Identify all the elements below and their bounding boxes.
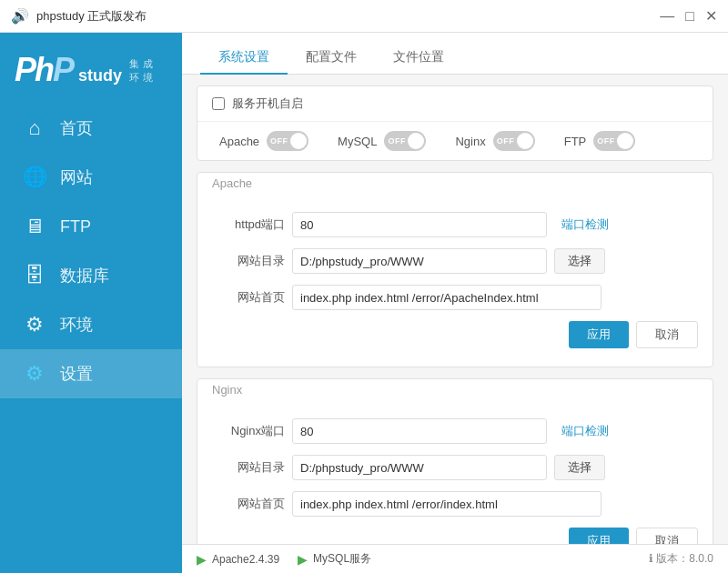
speaker-icon: 🔊 (11, 7, 29, 25)
tab-config[interactable]: 配置文件 (288, 42, 375, 75)
env-icon: ⚙ (22, 313, 47, 337)
mysql-toggle[interactable]: OFF (384, 131, 426, 151)
apache-apply-button[interactable]: 应用 (569, 321, 629, 348)
mysql-status-label: MySQL服务 (313, 551, 371, 567)
apache-dir-select-button[interactable]: 选择 (554, 248, 605, 274)
statusbar: ▶ Apache2.4.39 ▶ MySQL服务 ℹ 版本：8.0.0 (182, 544, 728, 573)
nginx-form-section: Nginx端口 端口检测 网站目录 选择 网站首页 (197, 404, 713, 544)
sidebar-label-website: 网站 (60, 166, 93, 188)
toggles-row: Apache OFF MySQL OFF (197, 122, 713, 160)
apache-port-input[interactable] (292, 212, 547, 237)
sidebar-label-home: 首页 (60, 117, 93, 139)
sidebar-label-ftp: FTP (60, 217, 91, 236)
apache-port-check-link[interactable]: 端口检测 (561, 216, 609, 233)
minimize-button[interactable]: — (660, 9, 674, 24)
info-icon: ℹ (649, 552, 653, 565)
sidebar-label-database: 数据库 (60, 265, 109, 286)
nginx-dir-row: 网站目录 选择 (197, 449, 713, 486)
website-icon: 🌐 (22, 166, 47, 189)
ftp-icon: 🖥 (22, 215, 47, 238)
tab-fileloc[interactable]: 文件位置 (375, 42, 462, 75)
apache-status-label: Apache2.4.39 (212, 553, 279, 566)
ftp-toggle[interactable]: OFF (593, 131, 635, 151)
apache-status: ▶ Apache2.4.39 (197, 552, 279, 567)
nav-items: ⌂ 首页 🌐 网站 🖥 FTP 🗄 数据库 ⚙ 环境 ⚙ 设置 (0, 104, 182, 573)
content-scroll[interactable]: 服务开机自启 Apache OFF MySQL (182, 75, 728, 544)
nginx-toggle-group: Nginx OFF (455, 131, 534, 151)
titlebar: 🔊 phpstudy 正式版发布 — □ ✕ (0, 0, 728, 33)
nginx-dir-label: 网站目录 (212, 459, 285, 476)
apache-toggle-label: Apache (219, 135, 259, 148)
ftp-toggle-label: FTP (564, 135, 587, 148)
tabs-bar: 系统设置 配置文件 文件位置 (182, 33, 728, 75)
sidebar-item-home[interactable]: ⌂ 首页 (0, 104, 182, 153)
apache-dir-input[interactable] (292, 248, 547, 274)
database-icon: 🗄 (22, 264, 47, 287)
nginx-cancel-button[interactable]: 取消 (636, 528, 698, 544)
apache-index-row: 网站首页 (197, 279, 713, 316)
sidebar-label-env: 环境 (60, 314, 93, 336)
nginx-port-input[interactable] (292, 418, 547, 444)
logo-php: PhP (15, 51, 73, 89)
main-layout: PhP study 集成环境 ⌂ 首页 🌐 网站 🖥 FTP 🗄 数据库 ⚙ (0, 33, 728, 573)
maximize-button[interactable]: □ (685, 9, 694, 24)
nginx-section-card: Nginx Nginx端口 端口检测 网站目录 选择 (197, 378, 713, 544)
apache-dir-row: 网站目录 选择 (197, 243, 713, 279)
sidebar-item-ftp[interactable]: 🖥 FTP (0, 202, 182, 251)
close-button[interactable]: ✕ (705, 9, 717, 24)
startup-row: 服务开机自启 (197, 86, 713, 122)
nginx-toggle[interactable]: OFF (493, 131, 535, 151)
startup-card: 服务开机自启 Apache OFF MySQL (197, 85, 713, 161)
mysql-toggle-group: MySQL OFF (338, 131, 426, 151)
apache-index-input[interactable] (292, 285, 602, 310)
startup-label: 服务开机自启 (232, 96, 303, 112)
apache-form-section: httpd端口 端口检测 网站目录 选择 网站首页 (197, 197, 713, 367)
sidebar-item-website[interactable]: 🌐 网站 (0, 153, 182, 202)
apache-toggle-knob (290, 133, 307, 149)
mysql-status: ▶ MySQL服务 (298, 551, 371, 567)
logo-area: PhP study 集成环境 (0, 33, 182, 104)
nginx-port-check-link[interactable]: 端口检测 (561, 423, 609, 439)
apache-dir-label: 网站目录 (212, 253, 285, 269)
nginx-dir-input[interactable] (292, 455, 547, 480)
apache-section-card: Apache httpd端口 端口检测 网站目录 选择 (197, 172, 713, 367)
apache-cancel-button[interactable]: 取消 (636, 321, 698, 348)
ftp-toggle-group: FTP OFF (564, 131, 636, 151)
nginx-index-label: 网站首页 (212, 496, 285, 512)
apache-toggle-group: Apache OFF (219, 131, 308, 151)
nginx-index-input[interactable] (292, 491, 602, 517)
nginx-port-label: Nginx端口 (212, 423, 285, 439)
sidebar-label-settings: 设置 (60, 363, 93, 385)
nginx-toggle-knob (517, 133, 533, 149)
version-value: 8.0.0 (689, 552, 713, 565)
apache-index-label: 网站首页 (212, 289, 285, 306)
content-area: 系统设置 配置文件 文件位置 服务开机自启 Apache OFF (182, 33, 728, 573)
nginx-actions-row: 应用 取消 (197, 522, 713, 544)
mysql-toggle-label: MySQL (338, 135, 377, 148)
mysql-toggle-knob (408, 133, 424, 149)
nginx-dir-select-button[interactable]: 选择 (554, 455, 605, 480)
startup-checkbox[interactable] (212, 97, 225, 110)
apache-play-icon: ▶ (197, 552, 207, 567)
apache-port-row: httpd端口 端口检测 (197, 206, 713, 243)
sidebar-item-env[interactable]: ⚙ 环境 (0, 300, 182, 349)
tab-system[interactable]: 系统设置 (200, 42, 288, 75)
nginx-toggle-label: Nginx (455, 135, 485, 148)
ftp-toggle-knob (617, 133, 633, 149)
sidebar: PhP study 集成环境 ⌂ 首页 🌐 网站 🖥 FTP 🗄 数据库 ⚙ (0, 33, 182, 573)
nginx-index-row: 网站首页 (197, 486, 713, 522)
window-title: phpstudy 正式版发布 (36, 8, 660, 25)
nginx-section-title: Nginx (197, 379, 713, 404)
version-prefix: 版本： (656, 552, 689, 565)
sidebar-item-settings[interactable]: ⚙ 设置 (0, 349, 182, 398)
logo-subtitle: 集成环境 (129, 57, 167, 89)
home-icon: ⌂ (22, 116, 47, 140)
apache-port-label: httpd端口 (212, 216, 285, 233)
nginx-port-row: Nginx端口 端口检测 (197, 413, 713, 449)
sidebar-item-database[interactable]: 🗄 数据库 (0, 251, 182, 300)
nginx-apply-button[interactable]: 应用 (569, 528, 629, 544)
window-controls: — □ ✕ (660, 9, 717, 24)
apache-actions-row: 应用 取消 (197, 316, 713, 357)
apache-toggle[interactable]: OFF (267, 131, 308, 151)
apache-section-title: Apache (197, 173, 713, 197)
